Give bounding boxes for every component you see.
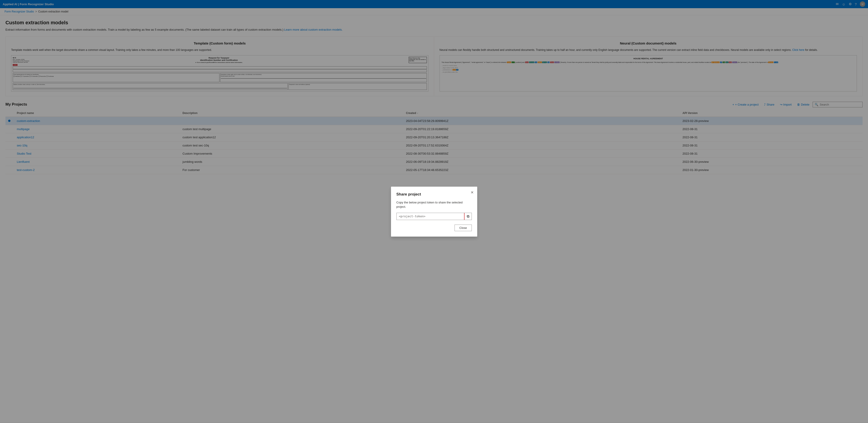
copy-icon: ⧉ bbox=[467, 214, 469, 218]
modal-close-btn[interactable]: Close bbox=[455, 224, 471, 231]
modal-close-button[interactable]: ✕ bbox=[470, 189, 474, 195]
modal-title: Share project bbox=[397, 192, 472, 197]
modal-overlay[interactable]: Share project ✕ Copy the below project t… bbox=[0, 0, 868, 423]
project-token-input[interactable] bbox=[397, 213, 464, 219]
token-row: ⧉ bbox=[397, 213, 472, 220]
share-modal: Share project ✕ Copy the below project t… bbox=[391, 187, 477, 237]
copy-token-button[interactable]: ⧉ bbox=[464, 213, 471, 220]
modal-footer: Close bbox=[397, 224, 472, 231]
modal-description: Copy the below project token to share th… bbox=[397, 200, 472, 209]
